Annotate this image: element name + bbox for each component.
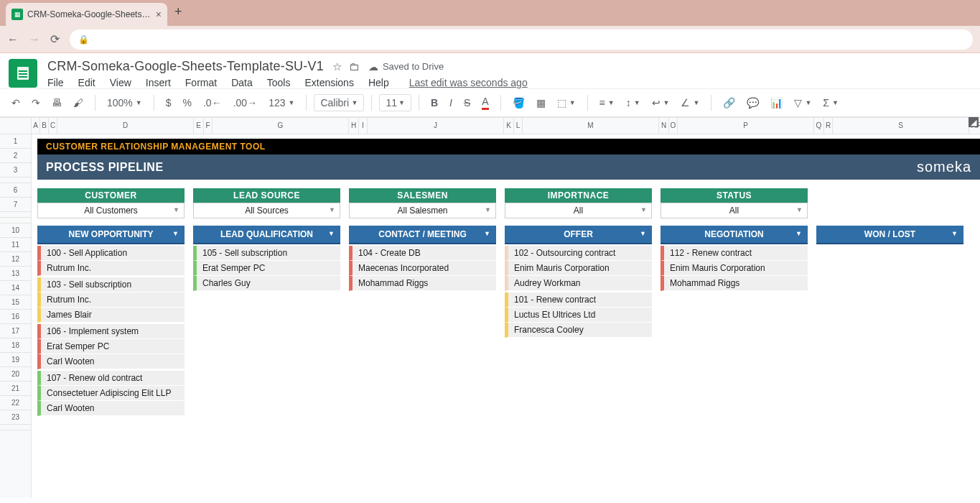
menu-extensions[interactable]: Extensions <box>304 77 353 88</box>
nav-back-icon[interactable]: ← <box>7 33 19 46</box>
paint-format-button[interactable]: 🖌 <box>69 94 88 111</box>
fill-color-button[interactable]: 🪣 <box>508 94 529 111</box>
currency-button[interactable]: $ <box>162 94 176 111</box>
menu-insert[interactable]: Insert <box>146 77 171 88</box>
link-button[interactable]: 🔗 <box>719 94 739 111</box>
row-header[interactable]: 6 <box>0 183 31 198</box>
percent-button[interactable]: % <box>179 94 196 111</box>
menu-data[interactable]: Data <box>231 77 253 88</box>
sheets-logo-icon[interactable] <box>9 59 37 88</box>
filter-dropdown[interactable]: All Customers▼ <box>37 203 185 218</box>
pipeline-card[interactable]: 107 - Renew old contractConsectetuer Adi… <box>37 371 185 416</box>
valign-button[interactable]: ↕▼ <box>622 94 645 111</box>
rotate-button[interactable]: ∠▼ <box>676 94 704 111</box>
filter-button[interactable]: ▽▼ <box>790 94 816 111</box>
stage-header[interactable]: CONTACT / MEETING▼ <box>349 226 496 244</box>
expand-icon[interactable]: ◢ <box>969 117 979 127</box>
col-header[interactable]: E <box>194 118 204 134</box>
row-header[interactable]: 14 <box>0 281 31 295</box>
pipeline-card[interactable]: 100 - Sell ApplicationRutrum Inc. <box>37 246 185 276</box>
row-header[interactable]: 10 <box>0 223 31 238</box>
close-tab-icon[interactable]: × <box>156 9 162 20</box>
col-header[interactable]: L <box>514 118 523 134</box>
functions-button[interactable]: Σ▼ <box>818 94 843 111</box>
borders-button[interactable]: ▦ <box>532 94 550 111</box>
col-header[interactable]: N <box>659 118 669 134</box>
menu-edit[interactable]: Edit <box>78 77 95 88</box>
pipeline-card[interactable]: 104 - Create DBMaecenas IncorporatedMoha… <box>349 246 496 291</box>
row-header[interactable] <box>0 218 31 223</box>
row-header[interactable]: 15 <box>0 295 31 310</box>
row-header[interactable]: 16 <box>0 310 31 324</box>
move-folder-icon[interactable]: 🗀 <box>349 60 360 73</box>
menu-view[interactable]: View <box>110 77 131 88</box>
last-edit-link[interactable]: Last edit was seconds ago <box>409 77 528 88</box>
select-all-corner[interactable] <box>0 117 31 134</box>
undo-button[interactable]: ↶ <box>7 94 24 111</box>
col-header[interactable]: Q <box>814 118 824 134</box>
col-header[interactable]: K <box>504 118 514 134</box>
row-header[interactable] <box>0 425 31 430</box>
text-color-button[interactable]: A <box>477 93 493 113</box>
row-header[interactable]: 20 <box>0 367 31 382</box>
pipeline-card[interactable]: 101 - Renew contractLuctus Et Ultrices L… <box>505 292 652 338</box>
stage-header[interactable]: OFFER▼ <box>505 226 652 244</box>
reload-icon[interactable]: ⟳ <box>50 32 60 46</box>
italic-button[interactable]: I <box>445 94 457 111</box>
bold-button[interactable]: B <box>426 94 442 111</box>
col-header[interactable]: M <box>523 118 659 134</box>
star-icon[interactable]: ☆ <box>332 60 342 73</box>
row-header[interactable]: 21 <box>0 382 31 396</box>
filter-dropdown[interactable]: All▼ <box>661 203 808 218</box>
address-bar[interactable]: 🔒 <box>70 29 973 50</box>
merge-button[interactable]: ⬚▼ <box>553 94 580 111</box>
row-header[interactable]: 3 <box>0 163 31 177</box>
row-header[interactable]: 12 <box>0 252 31 267</box>
print-button[interactable]: 🖶 <box>47 94 66 111</box>
row-header[interactable]: 22 <box>0 396 31 410</box>
pipeline-card[interactable]: 112 - Renew contractEnim Mauris Corporat… <box>661 246 808 291</box>
stage-header[interactable]: NEGOTIATION▼ <box>661 226 808 244</box>
col-header[interactable]: I <box>359 118 368 134</box>
col-header[interactable]: R <box>824 118 833 134</box>
col-header[interactable]: G <box>213 118 349 134</box>
pipeline-card[interactable]: 103 - Sell subscriptionRutrum Inc.James … <box>37 277 185 323</box>
menu-tools[interactable]: Tools <box>267 77 291 88</box>
nav-forward-icon[interactable]: → <box>29 33 40 46</box>
comment-button[interactable]: 💬 <box>742 94 763 111</box>
col-header[interactable]: H <box>349 118 359 134</box>
font-select[interactable]: Calibri▼ <box>314 94 364 111</box>
dec-decimal-button[interactable]: .0← <box>199 94 226 111</box>
row-header[interactable]: 18 <box>0 338 31 353</box>
col-header[interactable]: C <box>49 118 57 134</box>
col-header[interactable]: P <box>678 118 814 134</box>
col-header[interactable]: D <box>57 118 194 134</box>
stage-header[interactable]: LEAD QUALIFICATION▼ <box>193 226 340 244</box>
col-header[interactable]: F <box>204 118 213 134</box>
row-header[interactable]: 1 <box>0 134 31 149</box>
pipeline-card[interactable]: 106 - Implement systemErat Semper PCCarl… <box>37 324 185 369</box>
wrap-button[interactable]: ↩▼ <box>648 94 674 111</box>
stage-header[interactable]: WON / LOST▼ <box>816 226 963 244</box>
col-header[interactable]: A <box>32 118 40 134</box>
stage-header[interactable]: NEW OPPORTUNITY▼ <box>37 226 185 244</box>
inc-decimal-button[interactable]: .00→ <box>229 94 261 111</box>
filter-dropdown[interactable]: All▼ <box>505 203 652 218</box>
row-header[interactable]: 23 <box>0 410 31 425</box>
row-header[interactable]: 13 <box>0 267 31 281</box>
filter-dropdown[interactable]: All Salesmen▼ <box>349 203 496 218</box>
col-header[interactable]: B <box>40 118 49 134</box>
pipeline-card[interactable]: 105 - Sell subscriptionErat Semper PCCha… <box>193 246 340 291</box>
halign-button[interactable]: ≡▼ <box>595 94 619 111</box>
row-header[interactable]: 7 <box>0 198 31 212</box>
zoom-select[interactable]: 100%▼ <box>103 94 146 111</box>
strike-button[interactable]: S <box>459 94 475 111</box>
row-header[interactable]: 17 <box>0 324 31 338</box>
chart-button[interactable]: 📊 <box>766 94 787 111</box>
fontsize-select[interactable]: 11▼ <box>379 94 411 111</box>
row-header[interactable]: 2 <box>0 149 31 163</box>
new-tab-button[interactable]: + <box>174 4 182 19</box>
col-header[interactable]: J <box>368 118 504 134</box>
row-header[interactable] <box>0 212 31 218</box>
menu-file[interactable]: File <box>47 77 64 88</box>
